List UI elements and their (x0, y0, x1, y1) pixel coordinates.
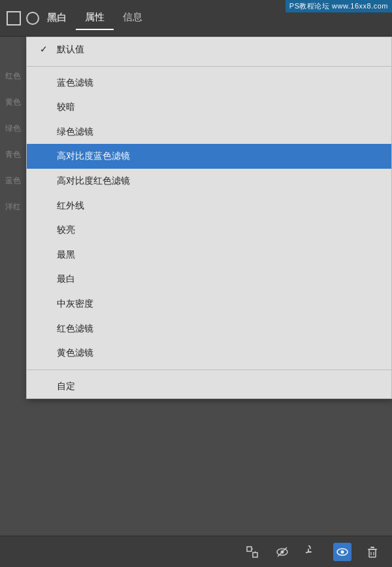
svg-rect-9 (369, 549, 376, 557)
dropdown-item-infrared[interactable]: 红外线 (27, 194, 391, 218)
main-panel: 红色 黄色 绿色 青色 蓝色 洋红 40% 60% (0, 37, 392, 536)
square-icon (7, 11, 21, 26)
dropdown-item-darker[interactable]: 较暗 (27, 95, 391, 120)
tab-info[interactable]: 信息 (114, 6, 152, 30)
dropdown-item-high-contrast-blue[interactable]: 高对比度蓝色滤镜 (27, 144, 391, 169)
panel-icons: 黑白 (7, 11, 67, 26)
dropdown-item-default[interactable]: 默认值 (27, 37, 391, 62)
trash-icon[interactable] (363, 543, 382, 561)
transform-icon[interactable] (243, 543, 261, 561)
circle-icon (26, 12, 39, 25)
dropdown-item-mid-gray[interactable]: 中灰密度 (27, 292, 391, 317)
dropdown-item-blue-filter[interactable]: 蓝色滤镜 (27, 71, 391, 95)
dropdown-item-high-contrast-red[interactable]: 高对比度红色滤镜 (27, 169, 391, 194)
dropdown-item-custom[interactable]: 自定 (27, 374, 391, 399)
reset-icon[interactable] (303, 543, 321, 561)
svg-rect-0 (247, 547, 252, 551)
bottom-toolbar (0, 536, 392, 567)
visibility-icon[interactable] (273, 543, 291, 561)
dropdown-divider-1 (27, 66, 391, 67)
dropdown-item-lighter[interactable]: 较亮 (27, 218, 391, 243)
svg-rect-1 (253, 553, 257, 557)
dropdown-item-green-filter[interactable]: 绿色滤镜 (27, 120, 391, 145)
tab-properties[interactable]: 属性 (76, 6, 114, 30)
eye-active-icon[interactable] (333, 543, 351, 561)
dropdown-item-red-filter[interactable]: 红色滤镜 (27, 317, 391, 341)
watermark: PS教程论坛 www.16xx8.com (286, 0, 392, 12)
dropdown-item-yellow-filter[interactable]: 黄色滤镜 (27, 341, 391, 366)
dropdown-divider-14 (27, 369, 391, 370)
dropdown-item-maximum-white[interactable]: 最白 (27, 267, 391, 292)
preset-dropdown[interactable]: 默认值蓝色滤镜较暗绿色滤镜高对比度蓝色滤镜高对比度红色滤镜红外线较亮最黑最白中灰… (26, 37, 392, 399)
svg-point-8 (341, 550, 344, 553)
dropdown-item-maximum-black[interactable]: 最黑 (27, 243, 391, 267)
panel-title: 黑白 (47, 12, 67, 24)
